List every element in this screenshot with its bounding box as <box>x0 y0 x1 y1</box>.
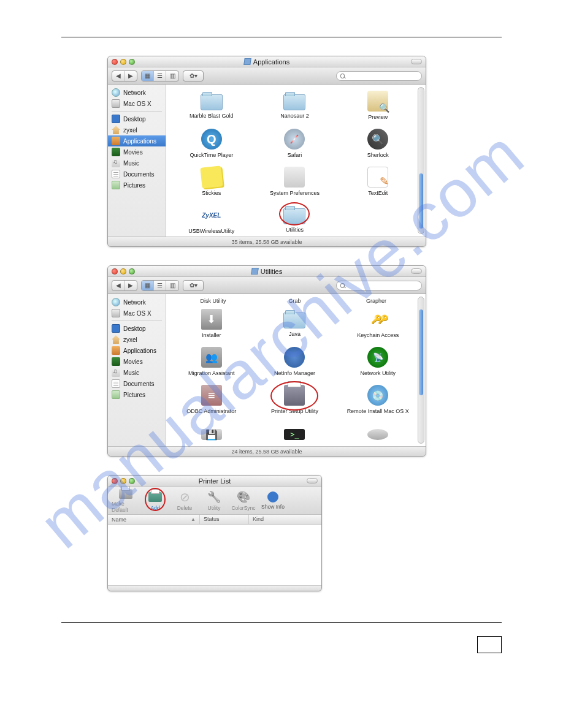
col-status[interactable]: Status <box>200 515 249 524</box>
app-marble-blast[interactable]: Marble Blast Gold <box>172 91 251 120</box>
sidebar-item-music[interactable]: Music <box>108 367 166 378</box>
app-installer[interactable]: Installer <box>172 309 251 338</box>
nav-buttons: ◀ ▶ <box>112 70 137 82</box>
app-stickies[interactable]: Stickies <box>172 167 251 196</box>
action-menu[interactable]: ✿▾ <box>183 280 204 291</box>
sidebar-item-documents[interactable]: Documents <box>108 169 166 180</box>
forward-button[interactable]: ▶ <box>124 71 137 81</box>
app-sherlock[interactable]: Sherlock <box>339 129 417 158</box>
view-switcher: ▦ ☰ ▥ <box>141 280 179 291</box>
sidebar-label: Pictures <box>123 182 145 189</box>
app-label: Marble Blast Gold <box>190 113 234 119</box>
app-usbwireless[interactable]: ZyXELUSBWirelessUtility <box>172 205 251 234</box>
column-view-button[interactable]: ▥ <box>166 71 178 81</box>
app-java[interactable]: Java <box>256 309 334 338</box>
utility-button[interactable]: Utility <box>200 488 228 513</box>
sidebar-label: Network <box>123 89 146 96</box>
search-field[interactable] <box>336 71 422 81</box>
colorsync-button[interactable]: ColorSync <box>229 488 258 513</box>
column-headers: Name▲ Status Kind <box>108 515 321 525</box>
list-view-button[interactable]: ☰ <box>154 71 166 81</box>
sidebar-item-pictures[interactable]: Pictures <box>108 389 166 400</box>
globe-icon <box>112 298 120 306</box>
btn-label: Delete <box>177 505 193 511</box>
stickies-icon <box>200 165 223 188</box>
icon-view-button[interactable]: ▦ <box>142 281 154 290</box>
sidebar-item-applications[interactable]: Applications <box>108 345 166 356</box>
scrollbar-thumb[interactable] <box>419 309 423 395</box>
titlebar[interactable]: Printer List <box>108 476 321 487</box>
search-field[interactable] <box>336 281 422 290</box>
app-sysprefs[interactable]: System Preferences <box>256 167 334 196</box>
app-partial-3[interactable] <box>339 423 417 440</box>
titlebar[interactable]: Applications <box>108 56 426 67</box>
col-name[interactable]: Name▲ <box>108 515 200 524</box>
app-textedit[interactable]: TextEdit <box>339 167 417 196</box>
scrollbar-thumb[interactable] <box>419 173 423 229</box>
forward-button[interactable]: ▶ <box>124 281 137 290</box>
search-input[interactable] <box>347 72 418 79</box>
app-preview[interactable]: Preview <box>339 91 417 120</box>
titlebar[interactable]: Utilities <box>108 266 426 277</box>
col-kind[interactable]: Kind <box>249 515 321 524</box>
app-printer-setup[interactable]: Printer Setup Utility <box>256 385 334 414</box>
app-quicktime[interactable]: QuickTime Player <box>172 129 251 158</box>
app-label: QuickTime Player <box>190 152 233 158</box>
list-view-button[interactable]: ☰ <box>154 281 166 290</box>
search-input[interactable] <box>347 282 418 289</box>
app-safari[interactable]: Safari <box>256 129 334 158</box>
partial-row-labels: Disk Utility Grab Grapher <box>169 298 423 306</box>
sidebar-item-desktop[interactable]: Desktop <box>108 113 166 124</box>
odbc-icon <box>201 385 222 406</box>
app-partial-2[interactable] <box>256 423 334 440</box>
make-default-button[interactable]: Make Default <box>112 488 140 513</box>
sidebar-item-desktop[interactable]: Desktop <box>108 323 166 334</box>
wrench-icon <box>207 490 221 504</box>
sidebar-item-applications[interactable]: Applications <box>108 135 166 146</box>
app-remote-install[interactable]: Remote Install Mac OS X <box>339 385 417 414</box>
sidebar-item-network[interactable]: Network <box>108 297 166 308</box>
app-label: Migration Assistant <box>188 370 235 376</box>
show-info-button[interactable]: Show Info <box>259 488 287 513</box>
app-label: TextEdit <box>368 190 388 196</box>
sidebar-item-macosx[interactable]: Mac OS X <box>108 98 166 109</box>
keychain-icon <box>367 309 388 330</box>
sidebar-item-home[interactable]: zyxel <box>108 334 166 345</box>
app-netinfo[interactable]: NetInfo Manager <box>256 347 334 376</box>
app-odbc[interactable]: ODBC Administrator <box>172 385 251 414</box>
hd-icon <box>112 309 120 317</box>
sidebar-item-music[interactable]: Music <box>108 157 166 169</box>
sidebar-item-pictures[interactable]: Pictures <box>108 180 166 191</box>
content-pane[interactable]: Disk Utility Grab Grapher Installer Java… <box>166 294 426 446</box>
sidebar-item-documents[interactable]: Documents <box>108 378 166 389</box>
sidebar-item-macosx[interactable]: Mac OS X <box>108 308 166 319</box>
content-pane[interactable]: Marble Blast Gold Nanosaur 2 Preview Qui… <box>166 85 426 237</box>
scrollbar[interactable] <box>418 297 424 444</box>
back-button[interactable]: ◀ <box>112 281 124 290</box>
app-label: System Preferences <box>270 190 320 196</box>
add-button[interactable]: Add <box>141 488 169 513</box>
icon-grid: Installer Java Keychain Access Migration… <box>169 306 423 442</box>
action-menu[interactable]: ✿▾ <box>183 70 204 82</box>
sidebar-item-home[interactable]: zyxel <box>108 124 166 135</box>
delete-button[interactable]: Delete <box>170 488 199 513</box>
back-button[interactable]: ◀ <box>112 71 124 81</box>
app-label: Stickies <box>202 190 221 196</box>
printer-list-body[interactable] <box>108 525 321 586</box>
documents-icon <box>112 170 120 178</box>
icon-view-button[interactable]: ▦ <box>142 71 154 81</box>
app-utilities[interactable]: Utilities <box>256 205 334 234</box>
sidebar-item-network[interactable]: Network <box>108 87 166 98</box>
column-view-button[interactable]: ▥ <box>166 281 178 290</box>
app-migration[interactable]: Migration Assistant <box>172 347 251 376</box>
home-icon <box>112 126 120 134</box>
sidebar-separator <box>112 111 162 112</box>
sidebar-item-movies[interactable]: Movies <box>108 356 166 367</box>
scrollbar[interactable] <box>418 87 424 234</box>
app-keychain[interactable]: Keychain Access <box>339 309 417 338</box>
sidebar-label: Applications <box>123 347 156 354</box>
app-netutil[interactable]: Network Utility <box>339 347 417 376</box>
app-nanosaur[interactable]: Nanosaur 2 <box>256 91 334 120</box>
sidebar-item-movies[interactable]: Movies <box>108 146 166 157</box>
app-partial-1[interactable] <box>172 423 251 440</box>
